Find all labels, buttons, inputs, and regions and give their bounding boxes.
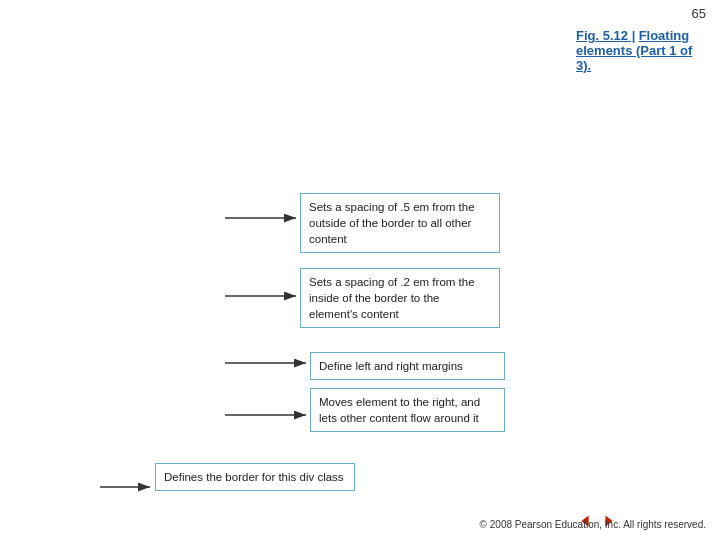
figure-title: Fig. 5.12 | Floating elements (Part 1 of…	[576, 28, 706, 73]
page-number: 65	[692, 6, 706, 21]
figure-link[interactable]: Fig. 5.12 |	[576, 28, 635, 43]
info-box-5: Defines the border for this div class	[155, 463, 355, 491]
copyright: © 2008 Pearson Education, Inc. All right…	[480, 518, 706, 532]
info-box-2: Sets a spacing of .2 em from the inside …	[300, 268, 500, 328]
info-box-4: Moves element to the right, and lets oth…	[310, 388, 505, 432]
info-box-1: Sets a spacing of .5 em from the outside…	[300, 193, 500, 253]
info-box-3: Define left and right margins	[310, 352, 505, 380]
